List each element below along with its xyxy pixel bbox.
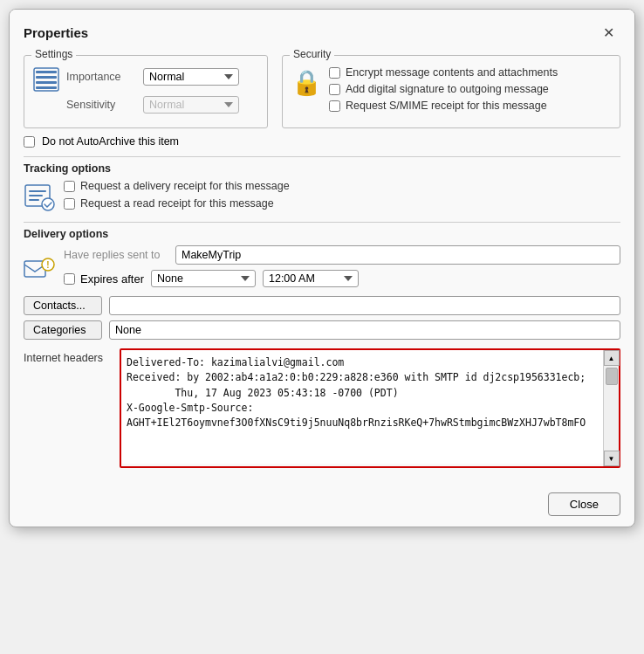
expires-time-select[interactable]: 12:00 AM bbox=[263, 270, 359, 287]
scroll-down-button[interactable]: ▼ bbox=[604, 451, 620, 466]
scroll-thumb[interactable] bbox=[606, 368, 618, 385]
svg-rect-2 bbox=[36, 81, 57, 84]
tracking-section: Tracking options Request a del bbox=[24, 162, 620, 213]
categories-input[interactable] bbox=[109, 320, 620, 340]
digital-sig-checkbox[interactable] bbox=[329, 84, 340, 95]
sensitivity-row: Sensitivity Normal bbox=[66, 96, 239, 114]
autoarchive-label-row[interactable]: Do not AutoArchive this item bbox=[24, 135, 179, 148]
delivery-fields: Have replies sent to Expires after None … bbox=[64, 245, 620, 287]
digital-sig-check-row[interactable]: Add digital signature to outgoing messag… bbox=[329, 83, 558, 95]
smime-checkbox[interactable] bbox=[329, 100, 340, 112]
smime-label: Request S/MIME receipt for this message bbox=[346, 100, 547, 112]
internet-headers-label: Internet headers bbox=[24, 348, 111, 364]
security-inner: 🔒 Encrypt message contents and attachmen… bbox=[291, 66, 611, 112]
bottom-bar: Close bbox=[10, 487, 634, 527]
expires-row: Expires after None 12:00 AM bbox=[64, 270, 620, 287]
window-close-button[interactable]: ✕ bbox=[596, 20, 620, 45]
tracking-checks: Request a delivery receipt for this mess… bbox=[64, 180, 290, 210]
tracking-header: Tracking options bbox=[24, 162, 620, 175]
title-bar: Properties ✕ bbox=[10, 10, 634, 52]
internet-headers-box: Delivered-To: kazimalialvi@gmail.com Rec… bbox=[120, 348, 620, 468]
encrypt-checkbox[interactable] bbox=[329, 67, 340, 79]
delivery-icon: ! bbox=[24, 252, 55, 284]
importance-select[interactable]: Normal bbox=[143, 68, 239, 86]
contacts-input[interactable] bbox=[109, 296, 620, 315]
svg-rect-6 bbox=[29, 190, 46, 192]
delivery-icon-row: ! Have replies sent to Expires after bbox=[24, 245, 620, 287]
settings-security-row: Settings Importance bbox=[24, 55, 620, 128]
svg-text:!: ! bbox=[46, 260, 49, 270]
contacts-button[interactable]: Contacts... bbox=[24, 296, 102, 315]
smime-check-row[interactable]: Request S/MIME receipt for this message bbox=[329, 100, 558, 112]
tracking-icon-row: Request a delivery receipt for this mess… bbox=[24, 180, 620, 213]
encrypt-label: Encrypt message contents and attachments bbox=[346, 66, 558, 79]
autoarchive-label: Do not AutoArchive this item bbox=[42, 135, 179, 148]
settings-icon bbox=[33, 66, 59, 93]
svg-rect-1 bbox=[36, 76, 57, 79]
svg-rect-3 bbox=[36, 86, 57, 89]
importance-label: Importance bbox=[66, 71, 136, 83]
contacts-row: Contacts... bbox=[24, 296, 620, 315]
settings-legend: Settings bbox=[31, 48, 76, 60]
delivery-section: Delivery options ! Have replies sent to bbox=[24, 228, 620, 287]
replies-input[interactable] bbox=[175, 245, 620, 265]
autoarchive-checkbox[interactable] bbox=[24, 136, 35, 148]
settings-group: Settings Importance bbox=[24, 55, 268, 128]
read-receipt-row[interactable]: Request a read receipt for this message bbox=[64, 197, 290, 210]
dialog-content: Settings Importance bbox=[10, 52, 634, 487]
delivery-receipt-checkbox[interactable] bbox=[64, 181, 75, 192]
read-receipt-checkbox[interactable] bbox=[64, 198, 75, 210]
delivery-receipt-row[interactable]: Request a delivery receipt for this mess… bbox=[64, 180, 290, 192]
categories-row: Categories bbox=[24, 320, 620, 340]
close-dialog-button[interactable]: Close bbox=[548, 492, 620, 516]
categories-button[interactable]: Categories bbox=[24, 320, 102, 340]
security-group: Security 🔒 Encrypt message contents and … bbox=[282, 55, 620, 128]
expires-label-row[interactable]: Expires after bbox=[64, 272, 144, 286]
autoarchive-row: Do not AutoArchive this item bbox=[24, 135, 620, 148]
encrypt-check-row[interactable]: Encrypt message contents and attachments bbox=[329, 66, 558, 79]
lock-icon: 🔒 bbox=[291, 68, 322, 97]
importance-row: Importance Normal bbox=[66, 68, 239, 86]
tracking-icon bbox=[24, 182, 55, 213]
internet-headers-textarea[interactable]: Delivered-To: kazimalialvi@gmail.com Rec… bbox=[121, 350, 619, 464]
svg-rect-7 bbox=[29, 195, 43, 196]
properties-dialog: Properties ✕ Settings bbox=[9, 9, 635, 527]
read-receipt-label: Request a read receipt for this message bbox=[80, 197, 274, 210]
scroll-up-button[interactable]: ▲ bbox=[604, 350, 620, 366]
internet-headers-section: Internet headers Delivered-To: kazimalia… bbox=[24, 348, 620, 468]
security-legend: Security bbox=[290, 48, 334, 60]
delivery-receipt-label: Request a delivery receipt for this mess… bbox=[80, 180, 290, 192]
expires-label: Expires after bbox=[80, 272, 144, 286]
sensitivity-select[interactable]: Normal bbox=[143, 96, 239, 114]
tracking-divider bbox=[24, 156, 620, 157]
replies-row: Have replies sent to bbox=[64, 245, 620, 265]
dialog-title: Properties bbox=[24, 25, 88, 40]
delivery-divider bbox=[24, 222, 620, 223]
expires-date-select[interactable]: None bbox=[151, 270, 256, 287]
sensitivity-label: Sensitivity bbox=[66, 99, 136, 111]
digital-sig-label: Add digital signature to outgoing messag… bbox=[346, 83, 549, 95]
svg-rect-0 bbox=[36, 71, 57, 73]
svg-rect-8 bbox=[29, 199, 39, 201]
expires-checkbox[interactable] bbox=[64, 273, 75, 285]
delivery-header: Delivery options bbox=[24, 228, 620, 240]
svg-point-9 bbox=[42, 198, 54, 210]
scrollbar-track: ▲ ▼ bbox=[603, 350, 619, 466]
replies-label: Have replies sent to bbox=[64, 249, 168, 261]
security-checks: Encrypt message contents and attachments… bbox=[329, 66, 558, 112]
contacts-section: Contacts... Categories bbox=[24, 296, 620, 340]
